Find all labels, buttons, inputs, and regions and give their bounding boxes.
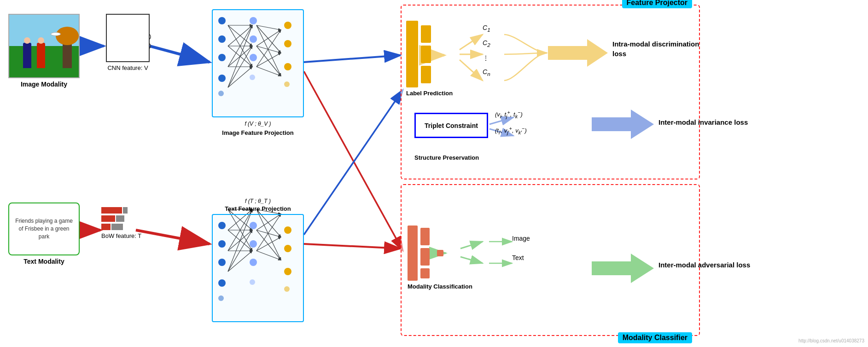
image-projection-section: f (V ; θ_V ) Image Feature Projection	[212, 9, 304, 124]
image-photo	[8, 14, 80, 78]
bow-feature-section: BoW feature: T	[101, 207, 141, 239]
inter-modal-adv-label: Inter-modal adversarial loss	[658, 260, 750, 270]
svg-line-15	[304, 71, 403, 251]
bow-bar-row3	[101, 224, 131, 230]
text-projection-label: Text Feature Projection	[212, 205, 304, 212]
text-modality-content: Friends playing a game of Frisbee in a g…	[13, 217, 75, 240]
triplet-labels-section: (vi, tj+, tk−) (ti′, vj′+, vk′−)	[495, 110, 527, 135]
image-projection-label: Image Feature Projection	[212, 129, 304, 136]
text-nn-box	[212, 214, 304, 322]
node	[218, 35, 226, 43]
yellow-bar-tall	[406, 21, 418, 87]
modality-classification-section: Modality Classification	[408, 226, 472, 290]
cn-label: Cn	[483, 68, 490, 77]
diagram-container: Image Modality CNN feature: V	[0, 0, 868, 347]
yellow-bar-small3	[421, 66, 431, 83]
node	[284, 226, 291, 234]
inter-modal-adv-section: Inter-modal adversarial loss	[658, 260, 750, 270]
cnn-box	[106, 14, 150, 62]
node	[218, 75, 226, 82]
cdots-label: ⋮	[483, 54, 490, 62]
node	[250, 35, 257, 43]
text-label: Text	[512, 254, 530, 261]
svg-line-11	[304, 55, 401, 62]
node-dots	[284, 81, 290, 87]
structure-preservation-label: Structure Preservation	[414, 154, 479, 161]
node	[250, 222, 257, 229]
node	[218, 240, 226, 248]
node-dots	[218, 91, 224, 96]
cnn-feature-label: CNN feature: V	[106, 64, 150, 71]
salmon-bar-small-group	[437, 250, 443, 256]
image-modality-section: Image Modality	[8, 14, 80, 85]
node	[250, 17, 257, 24]
c-labels-section: C1 C2 ⋮ Cn	[483, 24, 490, 76]
node-dots	[284, 286, 290, 292]
yellow-bar-small-group	[421, 25, 431, 83]
node	[250, 240, 257, 248]
c1-label: C1	[483, 24, 490, 33]
salmon-bar-group	[420, 228, 430, 278]
node	[284, 268, 291, 275]
node	[284, 245, 291, 252]
modality-class-label: Modality Classification	[408, 283, 472, 290]
inter-modal-inv-section: Inter-modal invariance loss	[658, 117, 748, 127]
salmon-bar1	[420, 228, 430, 245]
text-modality-section: Friends playing a game of Frisbee in a g…	[8, 202, 80, 265]
image-label: Image	[512, 235, 530, 242]
yellow-bar-small1	[421, 25, 431, 43]
node	[250, 54, 257, 61]
node-dots	[250, 279, 255, 285]
photo-head1	[24, 37, 30, 44]
modality-classifier-label: Modality Classifier	[618, 332, 692, 343]
image-nn-box	[212, 9, 304, 117]
salmon-sq1	[437, 250, 443, 256]
structure-preservation-section: Structure Preservation	[414, 154, 479, 161]
bow-bar-gray2	[116, 215, 124, 222]
image-projection-formula: f (V ; θ_V )	[212, 119, 304, 127]
feature-projector-label: Feature Projector	[622, 0, 692, 8]
bow-bar-red3	[101, 224, 111, 230]
salmon-bar-tall	[408, 226, 418, 281]
text-modality-box: Friends playing a game of Frisbee in a g…	[8, 202, 80, 255]
svg-line-16	[304, 90, 403, 235]
triplet-row1: (vi, tj+, tk−)	[495, 110, 527, 119]
intra-modal-section: Intra-modal discrimination loss	[612, 39, 705, 58]
frisbee	[51, 32, 61, 36]
node	[218, 222, 226, 229]
yellow-bar-small2	[421, 46, 431, 63]
label-pred-bars	[406, 21, 453, 87]
node-dots	[218, 295, 224, 301]
modality-class-bars	[408, 226, 472, 281]
photo-person1	[23, 43, 31, 68]
bow-bar-red1	[101, 207, 122, 214]
text-projection-formula: f (T ; θ_T )	[212, 198, 304, 204]
triplet-constraint-label: Triplet Constraint	[425, 122, 478, 129]
c2-label: C2	[483, 39, 490, 48]
node	[284, 22, 291, 29]
bow-bar-row2	[101, 215, 131, 222]
node	[284, 63, 291, 70]
bow-bar-red2	[101, 215, 115, 222]
photo-tree	[63, 40, 72, 68]
photo-person2	[37, 43, 45, 68]
node	[218, 17, 226, 24]
bow-bar-row1	[101, 207, 131, 214]
salmon-bar3	[420, 268, 430, 278]
svg-line-10	[150, 46, 210, 62]
node	[284, 40, 291, 47]
node-dots	[250, 75, 255, 80]
triplet-row2: (ti′, vj′+, vk′−)	[495, 126, 527, 135]
text-modality-label: Text Modality	[8, 258, 80, 265]
svg-line-13	[136, 230, 210, 244]
text-projection-section: f (T ; θ_T ) Text Feature Projection	[212, 198, 304, 313]
image-projection-formula-text: f (V ; θ_V )	[245, 121, 271, 127]
image-modality-label: Image Modality	[8, 81, 80, 88]
node	[218, 54, 226, 61]
salmon-bar2	[420, 248, 430, 266]
cnn-feature-section: CNN feature: V	[106, 14, 150, 71]
intra-modal-label: Intra-modal discrimination loss	[612, 39, 705, 58]
bow-bars	[101, 207, 131, 230]
svg-line-14	[304, 244, 401, 249]
bow-bar-gray3	[111, 224, 123, 230]
